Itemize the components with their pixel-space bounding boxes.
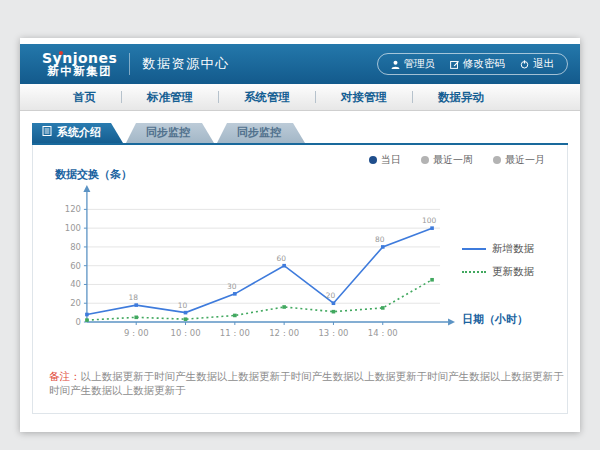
tab-sync-monitor-1[interactable]: 同步监控 — [126, 123, 214, 143]
svg-text:120: 120 — [65, 204, 81, 214]
nav-item-standard-mgmt[interactable]: 标准管理 — [122, 90, 218, 105]
tab-label: 系统介绍 — [57, 123, 101, 143]
svg-text:18: 18 — [128, 293, 138, 302]
svg-text:60: 60 — [276, 254, 286, 263]
svg-text:0: 0 — [76, 317, 81, 327]
tab-label: 同步监控 — [237, 126, 281, 139]
radio-label: 最近一周 — [433, 153, 473, 167]
tab-sync-monitor-2[interactable]: 同步监控 — [217, 123, 305, 143]
header-divider — [129, 53, 130, 75]
logo-red-dot-icon — [59, 51, 63, 55]
brand-logo-text-cn: 新中新集团 — [42, 65, 117, 77]
x-axis-title: 日期（小时） — [462, 312, 558, 327]
green-dotted-line-sample-icon — [462, 271, 486, 273]
svg-text:10：00: 10：00 — [171, 328, 201, 338]
legend-label: 新增数据 — [492, 242, 534, 256]
radio-last-month[interactable]: 最近一月 — [493, 153, 545, 167]
svg-text:9：00: 9：00 — [124, 328, 149, 338]
legend-item-updated-data[interactable]: 更新数据 — [462, 265, 558, 279]
svg-text:60: 60 — [70, 261, 81, 271]
radio-selected-icon — [369, 156, 377, 164]
svg-text:80: 80 — [70, 242, 81, 252]
svg-text:12：00: 12：00 — [269, 328, 299, 338]
page-title: 数据资源中心 — [142, 55, 229, 73]
nav-item-data-change[interactable]: 数据异动 — [413, 90, 509, 105]
svg-text:13：00: 13：00 — [318, 328, 348, 338]
change-password-label: 修改密码 — [463, 57, 505, 71]
app-window: Synjones 新中新集团 数据资源中心 管理员 修改密码 — [20, 38, 580, 432]
svg-text:40: 40 — [70, 279, 81, 289]
radio-unselected-icon — [493, 156, 501, 164]
chart-panel: 当日 最近一周 最近一月 数据交换（条） 0204060801001209：00… — [32, 145, 568, 414]
footnote-text: 以上数据更新于时间产生数据以上数据更新于时间产生数据以上数据更新于时间产生数据以… — [49, 370, 564, 396]
brand-logo[interactable]: Synjones 新中新集团 — [42, 51, 117, 78]
tab-system-intro[interactable]: 系统介绍 — [32, 123, 123, 143]
svg-text:30: 30 — [227, 282, 237, 291]
app-header: Synjones 新中新集团 数据资源中心 管理员 修改密码 — [20, 44, 580, 84]
line-chart: 0204060801001209：0010：0011：0012：0013：001… — [47, 184, 462, 356]
content-area: 系统介绍 同步监控 同步监控 当日 最近一周 — [20, 111, 580, 414]
tab-bar: 系统介绍 同步监控 同步监控 — [32, 123, 568, 145]
blue-line-sample-icon — [462, 248, 486, 250]
nav-item-system-mgmt[interactable]: 系统管理 — [219, 90, 315, 105]
svg-text:20: 20 — [70, 298, 81, 308]
tab-label: 同步监控 — [146, 126, 190, 139]
svg-text:11：00: 11：00 — [220, 328, 250, 338]
radio-label: 最近一月 — [505, 153, 545, 167]
svg-text:80: 80 — [375, 235, 385, 244]
user-toolbar: 管理员 修改密码 退出 — [377, 53, 569, 75]
svg-text:100: 100 — [65, 223, 81, 233]
nav-item-home[interactable]: 首页 — [48, 90, 121, 105]
svg-text:10: 10 — [178, 301, 188, 310]
edit-icon — [450, 60, 459, 69]
user-icon — [391, 60, 400, 69]
footnote: 备注：以上数据更新于时间产生数据以上数据更新于时间产生数据以上数据更新于时间产生… — [49, 370, 567, 397]
radio-last-week[interactable]: 最近一周 — [421, 153, 473, 167]
radio-today[interactable]: 当日 — [369, 153, 401, 167]
user-menu-button[interactable]: 管理员 — [391, 57, 436, 71]
footnote-label: 备注： — [49, 370, 81, 382]
radio-label: 当日 — [381, 153, 401, 167]
main-nav: 首页 标准管理 系统管理 对接管理 数据异动 — [20, 84, 580, 111]
document-icon — [42, 123, 52, 143]
svg-text:100: 100 — [422, 216, 437, 225]
legend-item-new-data[interactable]: 新增数据 — [462, 242, 558, 256]
svg-text:20: 20 — [326, 291, 336, 300]
logout-button[interactable]: 退出 — [520, 57, 554, 71]
change-password-button[interactable]: 修改密码 — [450, 57, 505, 71]
radio-unselected-icon — [421, 156, 429, 164]
user-label: 管理员 — [404, 57, 436, 71]
brand-logo-text-en: Synjones — [42, 51, 117, 66]
legend-label: 更新数据 — [492, 265, 534, 279]
desktop-background: Synjones 新中新集团 数据资源中心 管理员 修改密码 — [0, 0, 600, 450]
chart-row: 0204060801001209：0010：0011：0012：0013：001… — [33, 182, 567, 356]
nav-item-interface-mgmt[interactable]: 对接管理 — [316, 90, 412, 105]
logout-label: 退出 — [533, 57, 554, 71]
series-legend: 新增数据 更新数据 日期（小时） — [462, 184, 558, 356]
power-icon — [520, 60, 529, 69]
period-filter: 当日 最近一周 最近一月 — [33, 145, 567, 167]
y-axis-title: 数据交换（条） — [55, 167, 567, 182]
svg-text:14：00: 14：00 — [368, 328, 398, 338]
